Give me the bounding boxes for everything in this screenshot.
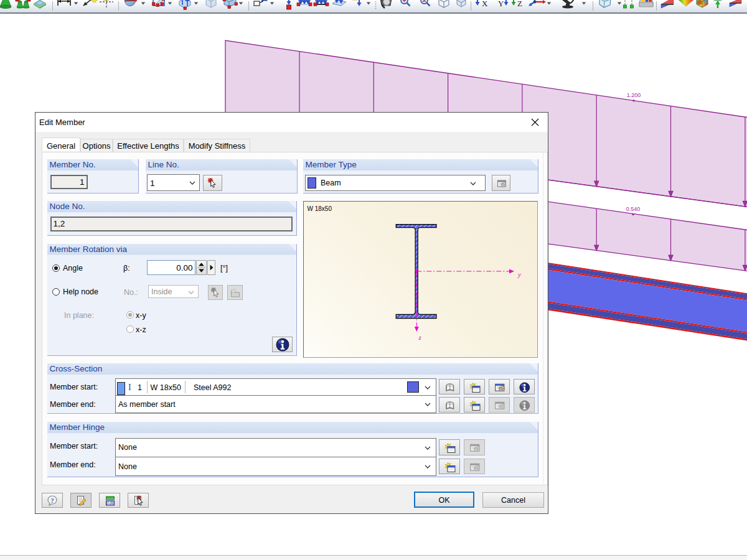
- svg-text:X: X: [482, 0, 488, 8]
- svg-text:Y: Y: [498, 0, 504, 8]
- svg-text:z: z: [418, 334, 421, 341]
- svg-text:y: y: [517, 271, 521, 278]
- svg-text:1.200: 1.200: [627, 92, 641, 98]
- svg-text:0.540: 0.540: [626, 206, 641, 212]
- svg-text:Z: Z: [517, 0, 522, 8]
